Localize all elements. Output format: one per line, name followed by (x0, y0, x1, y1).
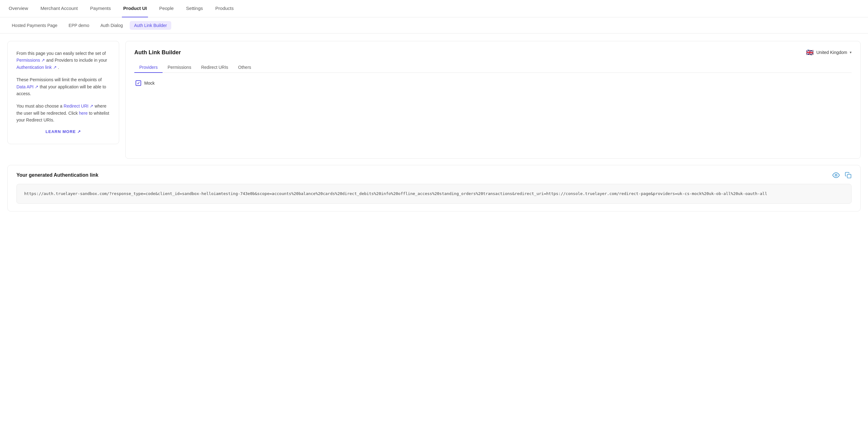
builder-tab-redirect-uris[interactable]: Redirect URIs (196, 62, 233, 73)
country-name: United Kingdom (816, 50, 847, 55)
url-box: https://auth.truelayer-sandbox.com/?resp… (17, 184, 851, 204)
info-paragraph-1: From this page you can easily select the… (17, 50, 110, 71)
mock-checkbox[interactable]: ✓ (135, 80, 141, 86)
top-nav-item-people[interactable]: People (158, 0, 175, 18)
mock-label: Mock (144, 80, 154, 86)
mock-provider-row: ✓ Mock (135, 80, 851, 86)
sub-nav-item-epp-demo[interactable]: EPP demo (64, 21, 94, 30)
builder-tab-providers[interactable]: Providers (134, 62, 162, 73)
sub-nav-item-hosted-payments-page[interactable]: Hosted Payments Page (7, 21, 62, 30)
top-section: From this page you can easily select the… (7, 41, 861, 159)
builder-header: Auth Link Builder 🇬🇧 United Kingdom ▾ (134, 49, 851, 56)
learn-more-link[interactable]: LEARN MORE ↗ (17, 129, 110, 134)
sub-navigation: Hosted Payments PageEPP demoAuth DialogA… (0, 18, 868, 33)
top-navigation: OverviewMerchant AccountPaymentsProduct … (0, 0, 868, 18)
checkmark-icon: ✓ (137, 81, 140, 86)
here-link[interactable]: here (79, 111, 88, 116)
builder-tab-others[interactable]: Others (233, 62, 256, 73)
sub-nav-item-auth-dialog[interactable]: Auth Dialog (96, 21, 127, 30)
generated-title: Your generated Authentication link (17, 172, 98, 178)
country-selector[interactable]: 🇬🇧 United Kingdom ▾ (806, 49, 851, 56)
chevron-down-icon: ▾ (850, 50, 851, 55)
builder-tab-permissions[interactable]: Permissions (162, 62, 196, 73)
sub-nav-item-auth-link-builder[interactable]: Auth Link Builder (130, 21, 171, 30)
top-nav-item-products[interactable]: Products (214, 0, 235, 18)
svg-rect-1 (847, 174, 851, 178)
top-nav-item-merchant-account[interactable]: Merchant Account (39, 0, 79, 18)
builder-title: Auth Link Builder (134, 49, 181, 56)
main-content: From this page you can easily select the… (0, 33, 868, 219)
info-card: From this page you can easily select the… (7, 41, 119, 144)
authentication-link[interactable]: Authentication link ↗ (17, 65, 57, 70)
generated-url[interactable]: https://auth.truelayer-sandbox.com/?resp… (24, 190, 844, 197)
info-text-2: and Providers to include in your (46, 58, 107, 63)
generated-section: Your generated Authentication link htt (7, 165, 861, 212)
permissions-link[interactable]: Permissions ↗ (17, 58, 45, 63)
builder-tabs: ProvidersPermissionsRedirect URIsOthers (134, 62, 851, 73)
top-nav-item-settings[interactable]: Settings (185, 0, 204, 18)
uk-flag-icon: 🇬🇧 (806, 49, 814, 56)
redirect-uri-link[interactable]: Redirect URI ↗ (64, 103, 93, 108)
icon-actions (832, 171, 851, 179)
info-text-3: . (58, 65, 59, 70)
builder-card: Auth Link Builder 🇬🇧 United Kingdom ▾ Pr… (125, 41, 861, 159)
info-text-4: These Permissions will limit the endpoin… (17, 77, 102, 82)
generated-header: Your generated Authentication link (17, 171, 851, 179)
preview-icon[interactable] (832, 171, 840, 179)
info-paragraph-3: You must also choose a Redirect URI ↗ wh… (17, 103, 110, 123)
copy-icon[interactable] (845, 171, 851, 179)
top-nav-item-overview[interactable]: Overview (7, 0, 29, 18)
info-paragraph-2: These Permissions will limit the endpoin… (17, 76, 110, 97)
top-nav-item-payments[interactable]: Payments (89, 0, 112, 18)
info-text-1: From this page you can easily select the… (17, 51, 106, 56)
info-text-6: You must also choose a (17, 103, 64, 108)
data-api-link[interactable]: Data API ↗ (17, 84, 38, 89)
top-nav-item-product-ui[interactable]: Product UI (122, 0, 148, 18)
svg-point-0 (835, 174, 837, 176)
